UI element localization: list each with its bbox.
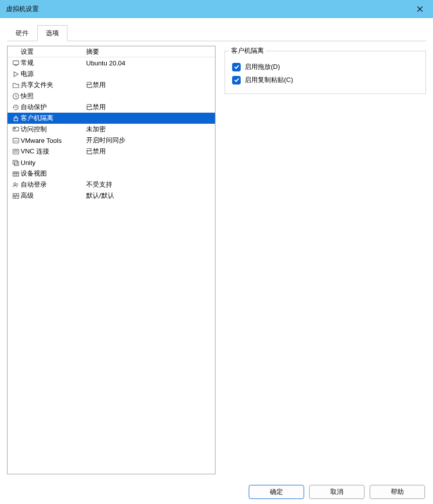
svg-marker-4	[14, 71, 18, 76]
header-setting: 设置	[21, 47, 86, 56]
check-icon	[232, 63, 241, 71]
svg-point-20	[14, 183, 16, 185]
svg-rect-8	[14, 128, 15, 129]
list-item[interactable]: 共享文件夹已禁用	[8, 79, 215, 91]
grid-icon	[11, 170, 21, 178]
lock-icon	[11, 115, 21, 122]
list-item-label: 设备视图	[21, 169, 86, 178]
list-item-label: 常规	[21, 58, 86, 67]
list-item-label: 客户机隔离	[21, 114, 86, 123]
user-icon	[11, 181, 21, 189]
titlebar: 虚拟机设置	[0, 0, 433, 18]
window-title: 虚拟机设置	[6, 5, 413, 14]
list-item-summary: Ubuntu 20.04	[86, 59, 215, 67]
list-item-label: 自动登录	[21, 180, 86, 189]
checkbox-label: 启用拖放(D)	[245, 62, 280, 71]
checkbox-enable-drag[interactable]: 启用拖放(D)	[232, 60, 418, 73]
svg-rect-16	[13, 172, 18, 176]
clock-arrow-icon	[11, 104, 21, 111]
tab-options[interactable]: 选项	[37, 25, 67, 41]
header-summary: 摘要	[86, 47, 215, 56]
list-item[interactable]: vmVMware Tools开启时间同步	[8, 135, 215, 146]
help-button[interactable]: 帮助	[370, 485, 425, 499]
list-item[interactable]: 快照	[8, 91, 215, 102]
checkbox-label: 启用复制粘贴(C)	[245, 75, 293, 85]
play-icon	[11, 70, 21, 78]
tab-hardware[interactable]: 硬件	[7, 25, 37, 41]
list-header: 设置 摘要	[8, 46, 215, 57]
list-item-label: VMware Tools	[21, 137, 86, 144]
key-icon	[11, 126, 21, 133]
checkbox-enable-copy[interactable]: 启用复制粘贴(C)	[232, 73, 418, 87]
tab-strip: 硬件 选项	[0, 18, 433, 41]
list-item[interactable]: 自动登录不受支持	[8, 179, 215, 190]
list-item-summary: 已禁用	[86, 103, 215, 112]
list-item-label: VNC 连接	[21, 147, 86, 156]
dialog-footer: 确定 取消 帮助	[249, 485, 425, 499]
list-item-label: 快照	[21, 92, 86, 101]
svg-rect-2	[13, 60, 18, 64]
svg-text:vm: vm	[14, 139, 18, 142]
list-item-label: Unity	[21, 159, 86, 166]
list-item-summary: 开启时间同步	[86, 136, 215, 145]
list-item-label: 自动保护	[21, 103, 86, 112]
list-item[interactable]: 自动保护已禁用	[8, 102, 215, 113]
tab-divider	[7, 41, 426, 41]
vnc-icon	[11, 148, 21, 155]
list-item[interactable]: VNC 连接已禁用	[8, 146, 215, 157]
list-item-label: 访问控制	[21, 125, 86, 134]
list-item[interactable]: Unity	[8, 157, 215, 168]
list-item-label: 共享文件夹	[21, 80, 86, 90]
vm-icon: vm	[11, 137, 21, 144]
content-area: 设置 摘要 常规Ubuntu 20.04电源共享文件夹已禁用快照自动保护已禁用客…	[0, 42, 433, 474]
list-item-summary: 默认/默认	[86, 191, 215, 200]
svg-rect-15	[14, 161, 18, 165]
list-item-label: 电源	[21, 69, 86, 78]
list-item[interactable]: 设备视图	[8, 168, 215, 179]
detail-panel: 客户机隔离 启用拖放(D) 启用复制粘贴(C)	[225, 46, 426, 474]
svg-rect-14	[13, 160, 17, 164]
list-item[interactable]: 访问控制未加密	[8, 124, 215, 135]
list-item[interactable]: 常规Ubuntu 20.04	[8, 57, 215, 68]
list-item[interactable]: 客户机隔离	[8, 113, 215, 124]
list-item-summary: 不受支持	[86, 180, 215, 189]
list-item[interactable]: 电源	[8, 68, 215, 79]
clock-icon	[11, 93, 21, 100]
list-item-label: 高级	[21, 191, 86, 200]
close-icon[interactable]	[413, 2, 427, 16]
list-item-summary: 已禁用	[86, 147, 215, 156]
ok-button[interactable]: 确定	[249, 485, 304, 499]
group-legend: 客户机隔离	[229, 46, 266, 55]
list-item-summary: 已禁用	[86, 80, 215, 90]
wave-icon	[11, 192, 21, 200]
monitor-icon	[11, 59, 21, 67]
list-item-summary: 未加密	[86, 125, 215, 134]
settings-list: 设置 摘要 常规Ubuntu 20.04电源共享文件夹已禁用快照自动保护已禁用客…	[7, 46, 215, 474]
check-icon	[232, 76, 241, 85]
cancel-button[interactable]: 取消	[309, 485, 365, 499]
list-item[interactable]: 高级默认/默认	[8, 190, 215, 201]
window-icon	[11, 159, 21, 166]
guest-isolation-group: 客户机隔离 启用拖放(D) 启用复制粘贴(C)	[225, 51, 426, 94]
svg-rect-6	[14, 118, 18, 121]
folder-icon	[11, 81, 21, 89]
svg-rect-11	[13, 149, 18, 153]
